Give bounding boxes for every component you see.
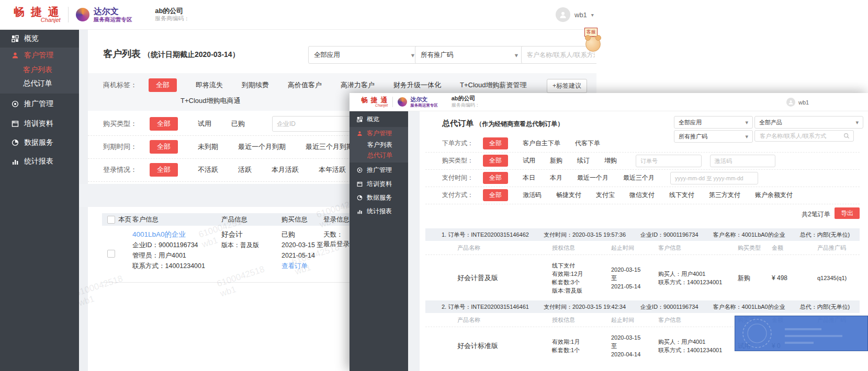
chevron-down-icon: ▾ xyxy=(855,119,859,126)
col-auth: 授权信息 xyxy=(552,316,611,324)
buy-type-all-button[interactable]: 全部 xyxy=(150,117,178,131)
promo-code-filter-select[interactable]: 所有推广码 ▾ xyxy=(415,46,524,64)
customer-eid: 企业ID：90001196734 xyxy=(132,240,198,250)
buy-type-all-button[interactable]: 全部 xyxy=(483,155,508,167)
product-filter-select[interactable]: 全部产品 ▾ xyxy=(754,116,863,129)
order-period: 2020-03-15 至 2021-05-14 xyxy=(611,265,658,291)
login-option[interactable]: 活跃 xyxy=(238,165,252,175)
pay-time-all-button[interactable]: 全部 xyxy=(483,172,508,184)
expire-option[interactable]: 未到期 xyxy=(198,142,218,152)
sidebar-item-customer-list[interactable]: 客户列表 xyxy=(350,140,408,150)
date-range-input[interactable] xyxy=(670,172,758,184)
pay-way-option[interactable]: 账户余额支付 xyxy=(755,191,793,200)
user-menu[interactable]: wb1 xyxy=(786,98,809,107)
sidebar-item-customer-list[interactable]: 客户列表 xyxy=(0,63,79,77)
sidebar-item-data-service[interactable]: 数据服务 xyxy=(350,191,408,204)
grid-icon xyxy=(357,117,363,122)
tag-option[interactable]: 到期续费 xyxy=(242,80,269,90)
customer-name-link[interactable]: 4001LbA0的企业 xyxy=(132,230,186,239)
expire-option[interactable]: 最近一个月到期 xyxy=(238,142,286,152)
sidebar-group-customer: 客户管理 客户列表 总代订单 xyxy=(0,48,79,94)
add-tag-suggest-button[interactable]: +标签建议 xyxy=(547,79,587,93)
activation-code-input[interactable] xyxy=(710,155,775,167)
order-way-option[interactable]: 代客下单 xyxy=(575,139,600,148)
expire-all-button[interactable]: 全部 xyxy=(150,140,178,154)
order-customer-info: 购买人：用户4001 联系方式：14001234001 xyxy=(658,270,738,286)
sidebar-item-customer-mgmt[interactable]: 客户管理 xyxy=(350,127,408,140)
pay-way-option[interactable]: 支付宝 xyxy=(596,191,615,200)
customer-search-input[interactable] xyxy=(526,51,596,59)
mascot-icon[interactable] xyxy=(585,37,601,52)
pay-way-option[interactable]: 微信支付 xyxy=(629,191,655,200)
login-all-button[interactable]: 全部 xyxy=(150,163,178,177)
sidebar-item-promo-mgmt[interactable]: 推广管理 xyxy=(0,94,79,114)
sidebar-item-promo-mgmt[interactable]: 推广管理 xyxy=(350,163,408,177)
tag-option[interactable]: 财务升级一体化 xyxy=(393,80,441,90)
darwin-name: 达尔文 xyxy=(94,7,132,16)
buy-type-option[interactable]: 续订 xyxy=(577,156,590,165)
sidebar-item-training[interactable]: 培训资料 xyxy=(350,177,408,191)
vendor-code-label: 服务商编码： xyxy=(452,102,480,109)
login-option[interactable]: 本月活跃 xyxy=(272,165,299,175)
buy-type-label: 购买类型： xyxy=(442,156,474,165)
tag-all-button[interactable]: 全部 xyxy=(149,78,177,92)
view-order-link[interactable]: 查看订单 xyxy=(281,261,308,271)
front-sidebar: 概览 客户管理 客户列表 总代订单 推广管理 培训资料 xyxy=(350,111,408,371)
buy-type-option[interactable]: 已购 xyxy=(231,119,245,129)
sidebar-item-label: 推广管理 xyxy=(24,99,53,109)
sidebar-item-overview[interactable]: 概览 xyxy=(350,111,408,127)
export-button[interactable]: 导出 xyxy=(835,207,860,219)
row-checkbox[interactable] xyxy=(107,250,115,258)
search-icon[interactable] xyxy=(596,51,596,59)
buy-type-option[interactable]: 增购 xyxy=(604,156,617,165)
order-no-input[interactable] xyxy=(636,155,702,167)
tag-option[interactable]: 即将流失 xyxy=(196,80,223,90)
app-filter-select[interactable]: 全部应用 ▾ xyxy=(308,46,420,64)
enterprise-id-input[interactable] xyxy=(272,116,358,132)
pay-time-option[interactable]: 最近三个月 xyxy=(623,173,655,182)
pay-time-option[interactable]: 本日 xyxy=(523,173,535,182)
stamp-overlay xyxy=(735,316,868,351)
pay-time-option[interactable]: 最近一个月 xyxy=(577,173,608,182)
sidebar-item-stats[interactable]: 统计报表 xyxy=(0,152,79,171)
sidebar-item-agent-orders[interactable]: 总代订单 xyxy=(350,150,408,163)
tag-option[interactable]: 高价值客户 xyxy=(288,80,322,90)
sidebar-item-customer-mgmt[interactable]: 客户管理 xyxy=(0,48,79,63)
col-amount: 金额 xyxy=(772,244,817,252)
pay-way-all-button[interactable]: 全部 xyxy=(483,189,508,201)
order-row: 好会计普及版 线下支付 有效期:12月 帐套数:3个 版本:普及版 2020-0… xyxy=(425,255,860,301)
product-filter-value: 全部产品 xyxy=(759,119,782,126)
expire-label: 到期时间： xyxy=(103,142,137,152)
buy-type-option[interactable]: 新购 xyxy=(550,156,562,165)
sidebar-item-agent-orders[interactable]: 总代订单 xyxy=(0,77,79,94)
pay-way-option[interactable]: 第三方支付 xyxy=(709,191,740,200)
order-meta-bar: 1. 订单号：INTE20200315146462 支付时间：2020-03-1… xyxy=(425,228,860,241)
order-pay-time: 支付时间：2020-03-15 19:57:36 xyxy=(544,231,626,239)
app-filter-select[interactable]: 全部应用 ▾ xyxy=(674,116,753,129)
sidebar-item-data-service[interactable]: 数据服务 xyxy=(0,133,79,152)
buy-type-option[interactable]: 试用 xyxy=(523,156,535,165)
login-option[interactable]: 本年活跃 xyxy=(319,165,346,175)
pay-time-option[interactable]: 本月 xyxy=(550,173,562,182)
buy-type-option[interactable]: 试用 xyxy=(198,119,211,129)
order-way-option[interactable]: 客户自主下单 xyxy=(523,139,560,148)
pay-way-option[interactable]: 线下支付 xyxy=(669,191,694,200)
select-all-checkbox[interactable] xyxy=(107,216,115,224)
pay-way-option[interactable]: 畅捷支付 xyxy=(556,191,581,200)
tag-option[interactable]: T+Cloud增购电商通 xyxy=(181,96,241,106)
sidebar-item-label: 总代订单 xyxy=(367,151,392,160)
pay-way-option[interactable]: 激活码 xyxy=(523,191,542,200)
page-title-note: （作为经销商查看总代制订单） xyxy=(476,120,563,127)
chanjet-logo: 畅 捷 通 Chanjet xyxy=(361,97,388,107)
user-menu[interactable]: wb1 ▾ xyxy=(556,7,594,22)
order-way-all-button[interactable]: 全部 xyxy=(483,137,508,149)
login-option[interactable]: 不活跃 xyxy=(198,165,218,175)
sidebar-item-stats[interactable]: 统计报表 xyxy=(350,204,408,218)
tag-option[interactable]: 高潜力客户 xyxy=(341,80,375,90)
page-title-note: （统计日期截止2020-03-14） xyxy=(143,50,240,59)
sidebar-item-training[interactable]: 培训资料 xyxy=(0,114,79,133)
sidebar-item-overview[interactable]: 概览 xyxy=(0,30,79,48)
tag-option[interactable]: T+Cloud增购薪资管理 xyxy=(460,80,527,90)
product-name: 好会计 xyxy=(221,230,243,239)
expire-option[interactable]: 最近三个月到期 xyxy=(306,142,353,152)
